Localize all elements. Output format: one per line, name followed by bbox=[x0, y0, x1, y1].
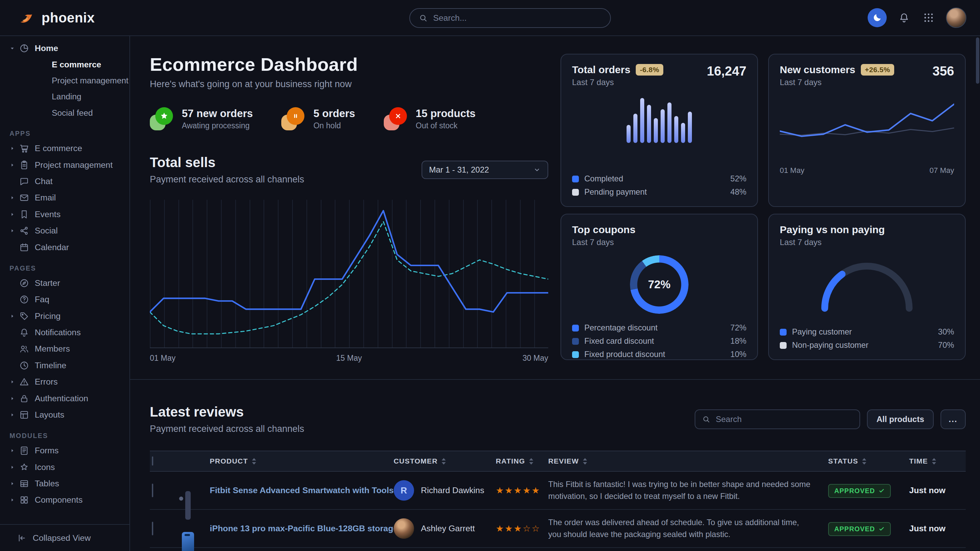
top-coupons-donut-chart: 72% bbox=[630, 255, 689, 314]
sidebar-item-project-management-app[interactable]: Project management bbox=[0, 157, 129, 173]
sidebar-item-layouts[interactable]: Layouts bbox=[0, 407, 129, 423]
select-all-checkbox[interactable] bbox=[152, 456, 153, 465]
collapsed-view-toggle[interactable]: Collapsed View bbox=[0, 524, 129, 551]
sidebar-item-icons[interactable]: Icons bbox=[0, 459, 129, 475]
sidebar-nav: Home E commerce Project management Landi… bbox=[0, 40, 129, 508]
sidebar-item-starter[interactable]: Starter bbox=[0, 275, 129, 291]
stat-caption: On hold bbox=[313, 121, 355, 130]
status-badge: APPROVED bbox=[828, 484, 891, 498]
column-header-rating[interactable]: RATING bbox=[496, 457, 548, 465]
user-avatar[interactable] bbox=[946, 8, 966, 28]
lock-icon bbox=[19, 394, 29, 403]
product-link[interactable]: iPhone 13 pro max-Pacific Blue-128GB sto… bbox=[210, 524, 394, 533]
scrollbar-thumb[interactable] bbox=[976, 37, 979, 84]
order-bar bbox=[681, 123, 685, 143]
table-row bbox=[150, 548, 966, 551]
customer-name: Richard Dawkins bbox=[421, 486, 484, 495]
legend-value: 30% bbox=[938, 327, 954, 337]
stat-out-of-stock: 15 products Out of stock bbox=[384, 107, 476, 130]
card-value: 356 bbox=[933, 64, 954, 79]
legend-label: Fixed product discount bbox=[584, 350, 665, 359]
reviews-search-input[interactable] bbox=[716, 414, 853, 424]
new-customers-line-chart bbox=[780, 97, 954, 159]
caret-right-icon bbox=[10, 481, 15, 486]
stat-value: 5 orders bbox=[313, 108, 355, 120]
global-search-input[interactable] bbox=[433, 13, 601, 23]
share-icon bbox=[19, 225, 29, 236]
sidebar-item-events[interactable]: Events bbox=[0, 206, 129, 222]
table-row: Fitbit Sense Advanced Smartwatch with To… bbox=[150, 472, 966, 510]
notifications-button[interactable] bbox=[897, 11, 911, 25]
column-header-product[interactable]: PRODUCT bbox=[210, 457, 394, 465]
column-header-customer[interactable]: CUSTOMER bbox=[394, 457, 496, 465]
caret-right-icon bbox=[10, 313, 15, 319]
chevron-down-icon bbox=[533, 166, 541, 173]
caret-right-icon bbox=[10, 379, 15, 384]
brand[interactable]: phoenix bbox=[18, 9, 95, 27]
phoenix-logo-icon bbox=[18, 9, 35, 27]
order-bar bbox=[640, 98, 644, 143]
sidebar-item-ecommerce-app[interactable]: E commerce bbox=[0, 140, 129, 157]
trend-badge: -6.8% bbox=[636, 64, 663, 76]
sidebar-subitem-project-management[interactable]: Project management bbox=[0, 73, 129, 89]
sidebar-item-authentication[interactable]: Authentication bbox=[0, 390, 129, 407]
moon-icon bbox=[872, 13, 882, 22]
sidebar-item-home[interactable]: Home bbox=[0, 40, 129, 57]
caret-right-icon bbox=[10, 497, 15, 503]
sidebar-item-email[interactable]: Email bbox=[0, 190, 129, 206]
theme-toggle-button[interactable] bbox=[868, 8, 887, 27]
column-header-review[interactable]: REVIEW bbox=[548, 457, 828, 465]
components-icon bbox=[19, 495, 29, 505]
caret-right-icon bbox=[10, 465, 15, 470]
reviews-search[interactable] bbox=[695, 410, 860, 429]
more-actions-button[interactable]: ... bbox=[940, 410, 966, 429]
stat-on-hold: 5 orders On hold bbox=[281, 107, 355, 130]
layout-icon bbox=[19, 410, 29, 420]
product-link[interactable]: Fitbit Sense Advanced Smartwatch with To… bbox=[210, 486, 394, 495]
sidebar-item-timeline[interactable]: Timeline bbox=[0, 357, 129, 374]
apps-grid-button[interactable] bbox=[921, 11, 936, 25]
column-header-time[interactable]: TIME bbox=[909, 457, 966, 465]
caret-right-icon bbox=[10, 212, 15, 217]
sidebar-subitem-landing[interactable]: Landing bbox=[0, 89, 129, 105]
order-bar bbox=[674, 116, 678, 143]
sidebar-subitem-ecommerce[interactable]: E commerce bbox=[0, 57, 129, 73]
row-checkbox[interactable] bbox=[152, 484, 153, 497]
chart-pie-icon bbox=[19, 43, 29, 54]
total-sells-chart bbox=[150, 200, 548, 348]
global-search[interactable] bbox=[409, 8, 611, 28]
sidebar-item-tables[interactable]: Tables bbox=[0, 475, 129, 492]
caret-right-icon bbox=[10, 448, 15, 453]
all-products-button[interactable]: All products bbox=[867, 410, 934, 429]
chat-icon bbox=[19, 176, 29, 186]
quick-stats: 57 new orders Awating processing 5 order… bbox=[150, 107, 548, 130]
sidebar-item-chat[interactable]: Chat bbox=[0, 173, 129, 190]
grid-icon bbox=[923, 12, 934, 24]
sidebar-item-calendar[interactable]: Calendar bbox=[0, 239, 129, 255]
sort-icon bbox=[932, 458, 936, 465]
total-orders-legend: Completed 52% Pending payment 48% bbox=[572, 165, 746, 197]
paying-gauge-chart bbox=[816, 257, 918, 313]
sidebar-item-pricing[interactable]: Pricing bbox=[0, 308, 129, 324]
sidebar-item-components[interactable]: Components bbox=[0, 492, 129, 508]
date-range-select[interactable]: Mar 1 - 31, 2022 bbox=[422, 160, 548, 179]
sidebar-section-modules: MODULES bbox=[10, 432, 129, 440]
sidebar-item-faq[interactable]: Faq bbox=[0, 291, 129, 308]
legend-label: Paying customer bbox=[792, 327, 852, 337]
sidebar-item-social[interactable]: Social bbox=[0, 222, 129, 239]
sidebar-item-members[interactable]: Members bbox=[0, 341, 129, 357]
table-row: iPhone 13 pro max-Pacific Blue-128GB sto… bbox=[150, 510, 966, 548]
sidebar-item-forms[interactable]: Forms bbox=[0, 442, 129, 459]
total-sells-subtitle: Payment received across all channels bbox=[150, 174, 304, 185]
sidebar-subitem-social-feed[interactable]: Social feed bbox=[0, 105, 129, 121]
reviews-title: Latest reviews bbox=[150, 404, 304, 420]
new-customers-x-axis: 01 May 07 May bbox=[780, 166, 954, 175]
latest-reviews-section: Latest reviews Payment received across a… bbox=[130, 379, 980, 551]
sidebar-item-errors[interactable]: Errors bbox=[0, 374, 129, 390]
column-header-status[interactable]: STATUS bbox=[828, 457, 909, 465]
row-checkbox[interactable] bbox=[152, 522, 153, 535]
caret-down-icon bbox=[10, 46, 15, 51]
top-coupons-legend: Percentage discount 72% Fixed card disco… bbox=[572, 314, 746, 359]
users-icon bbox=[19, 344, 29, 354]
sidebar-item-notifications[interactable]: Notifications bbox=[0, 324, 129, 341]
